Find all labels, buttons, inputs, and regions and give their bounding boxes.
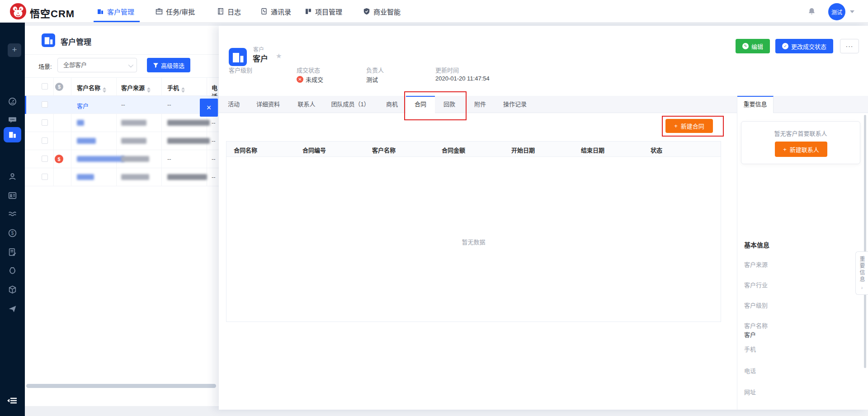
logo-text[interactable]: 悟空CRM [30,5,75,20]
tab-attachments[interactable]: 附件 [470,96,490,113]
redacted-mobile [167,120,210,127]
column-header[interactable]: 客户名称 [77,83,106,95]
approve-icon[interactable] [8,247,17,257]
deal-money-icon: $ [55,155,63,163]
redacted-name [77,138,96,145]
nav-item-label: 商业智能 [373,7,401,16]
detail-tabbar: 活动 详细资料 联系人 团队成员（1） 商机 合同 回款 附件 操作记录 [219,96,737,113]
row-checkbox[interactable] [42,156,48,162]
nav-item-project-management[interactable]: 项目管理 [305,0,342,23]
new-contact-button[interactable]: +新建联系人 [775,142,827,157]
plus-icon: + [783,146,787,153]
tab-contract[interactable]: 合同 [406,96,435,113]
nav-item-business-intelligence[interactable]: 商业智能 [363,0,401,23]
product-icon[interactable] [8,285,17,294]
nav-item-tasks-approval[interactable]: 任务/审批 [156,0,195,23]
more-actions-button[interactable]: ··· [840,39,859,53]
tab-team-members[interactable]: 团队成员（1） [328,96,373,113]
vertical-scrollbar[interactable] [864,115,866,368]
quick-add-button[interactable]: + [8,43,21,57]
row-checkbox[interactable] [42,174,48,180]
nav-item-customer-management[interactable]: 客户管理 [97,0,134,23]
info-field-label: 客户名称 [744,321,768,330]
info-field-label: 电话 [744,366,756,375]
funnel-icon [153,62,159,68]
field-label: 成交状态 [297,66,320,74]
row-checkbox[interactable] [42,119,48,126]
sort-icon[interactable] [181,85,185,95]
visit-icon[interactable] [8,172,17,181]
nav-active-underline [94,21,140,22]
customer-module-icon [42,33,55,47]
redacted-mobile [167,174,207,181]
business-icon[interactable] [8,209,17,219]
deal-status-value: ✕未成交 [297,75,323,84]
table-row-selected[interactable]: 客户 -- -- [25,96,219,114]
tab-operation-log[interactable]: 操作记录 [500,96,530,113]
contract-column: 合同金额 [442,146,465,154]
svg-text:$: $ [11,230,14,236]
no-contact-text: 暂无客户首要联系人 [741,129,860,137]
column-header[interactable]: 手机 [167,83,185,95]
tab-activity[interactable]: 活动 [224,96,244,113]
edit-button[interactable]: ✎编辑 [736,39,770,53]
user-avatar[interactable]: 测试 [828,3,845,20]
horizontal-scrollbar[interactable] [26,384,216,388]
dashboard-icon[interactable] [8,97,17,106]
tab-important-info[interactable]: 重要信息 [737,96,774,113]
close-detail-button[interactable]: × [200,99,218,117]
column-header[interactable]: 客户来源 [121,83,151,95]
sort-icon[interactable] [147,85,151,95]
money-icon[interactable]: $ [8,228,17,238]
redacted-name [77,120,84,127]
user-menu-caret-icon[interactable] [850,10,854,15]
change-deal-status-button[interactable]: ✓更改成交状态 [775,39,833,53]
scene-label: 场景: [38,62,52,71]
wukong-crm-app: 悟空CRM 客户管理 任务/审批 日志 通讯录 项目管理 商业智能 [0,0,868,416]
tab-business[interactable]: 商机 [382,96,402,113]
launch-icon[interactable] [8,304,17,313]
scene-select[interactable]: 全部客户 [57,58,137,72]
purse-icon[interactable] [8,266,17,275]
select-all-checkbox[interactable] [42,83,48,90]
scene-select-value: 全部客户 [63,61,87,68]
customer-name-link[interactable]: 客户 [77,101,89,110]
nav-item-logs[interactable]: 日志 [217,0,241,23]
tab-details[interactable]: 详细资料 [251,96,285,113]
chat-icon[interactable] [8,115,17,125]
customer-detail-panel: 客户 客户 ★ 客户级别 成交状态 负责人 更新时间 ✕未成交 测试 2020-… [219,26,868,410]
redacted-mobile [167,138,210,145]
basic-info-title: 基本信息 [744,240,769,249]
contacts-icon[interactable] [8,191,17,200]
nav-item-label: 任务/审批 [166,7,195,16]
table-row[interactable]: -- [25,114,219,132]
contract-column: 合同名称 [234,146,257,154]
row-checkbox[interactable] [42,137,48,144]
info-field-label: 网址 [744,388,756,396]
logo-monkey-icon[interactable] [9,3,27,20]
sort-icon[interactable] [103,85,106,95]
advanced-filter-button[interactable]: 高级筛选 [147,58,190,72]
contract-column: 状态 [651,146,662,154]
new-contract-button[interactable]: +新建合同 [665,119,713,133]
tab-contacts[interactable]: 联系人 [294,96,319,113]
building-icon [97,8,104,15]
nav-item-contacts-book[interactable]: 通讯录 [260,0,291,23]
row-checkbox[interactable] [42,101,48,108]
important-info-side-tab[interactable]: 重要信息 › [855,251,868,295]
table-row[interactable]: $ -- -- [25,150,219,168]
sidebar-collapse-icon[interactable] [5,396,19,405]
notification-bell-icon[interactable] [807,7,816,16]
redacted-source [121,174,149,181]
customers-icon[interactable] [8,130,17,139]
header-divider [25,54,219,55]
field-label: 客户级别 [229,66,252,74]
customer-type-icon [229,48,247,66]
shield-check-icon [363,8,370,15]
info-field-value: 客户 [744,330,756,339]
primary-contact-card: 暂无客户首要联系人 +新建联系人 [741,121,860,164]
table-row[interactable]: -- [25,132,219,150]
tab-receivables[interactable]: 回款 [435,96,464,113]
table-row[interactable]: -- [25,168,219,186]
star-icon[interactable]: ★ [276,52,282,60]
